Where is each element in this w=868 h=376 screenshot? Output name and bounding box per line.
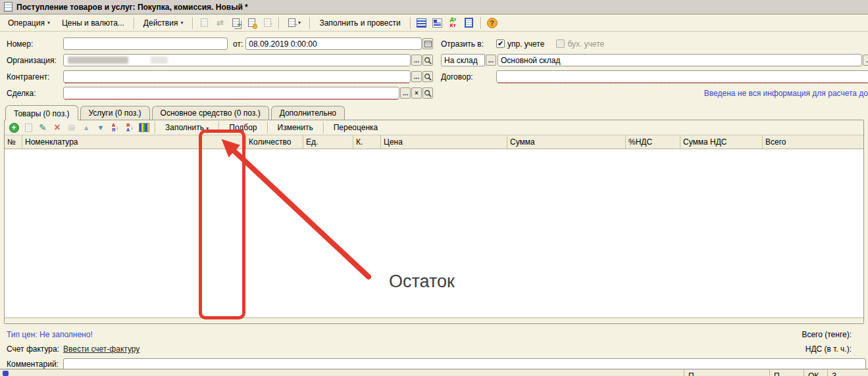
- magnifier-icon[interactable]: [422, 55, 433, 66]
- col-unit[interactable]: Ед.: [303, 135, 353, 149]
- fill-menu-button[interactable]: Заполнить ▾: [159, 121, 215, 134]
- fill-and-post-button[interactable]: Заполнить и провести: [314, 16, 405, 30]
- document-settings-icon[interactable]: [430, 16, 445, 30]
- contract-input[interactable]: [497, 72, 868, 82]
- col-sum[interactable]: Сумма: [507, 135, 626, 149]
- warehouse-toggle[interactable]: ...: [441, 54, 496, 66]
- contract-field-wrap: [496, 70, 868, 83]
- col-vat-percent[interactable]: %НДС: [626, 135, 680, 149]
- warehouse-toggle-input[interactable]: [442, 55, 484, 65]
- contract-label: Договор:: [441, 72, 496, 82]
- col-nomenclature[interactable]: Номенклатура: [22, 135, 246, 149]
- copy-document-icon[interactable]: +: [228, 16, 243, 30]
- structure-subordination-icon[interactable]: [415, 16, 429, 30]
- price-type-status[interactable]: Тип цен: Не заполнено!: [7, 330, 93, 339]
- toolbar-separator: [218, 122, 219, 133]
- toolbar-separator: [480, 17, 481, 29]
- move-down-icon[interactable]: ▼: [94, 122, 107, 134]
- select-ellipsis-button[interactable]: ...: [400, 87, 411, 99]
- advice-icon: [3, 371, 9, 376]
- toolbar-separator: [278, 17, 279, 29]
- change-button[interactable]: Изменить: [272, 121, 319, 134]
- tab-goods[interactable]: Товары (0 поз.): [5, 105, 78, 120]
- ok-button-fragment[interactable]: ОК: [804, 369, 827, 376]
- delete-row-icon[interactable]: ×: [51, 122, 64, 134]
- help-icon[interactable]: ?: [485, 16, 499, 30]
- unpost-document-icon: ↑: [260, 16, 274, 30]
- warehouse-input[interactable]: [498, 55, 861, 65]
- date-input[interactable]: [246, 39, 421, 49]
- tab-additional[interactable]: Дополнительно: [271, 106, 345, 120]
- reflect-label: Отразить в:: [441, 39, 496, 49]
- pick-button[interactable]: Подбор: [223, 121, 263, 134]
- toolbar-separator: [134, 17, 134, 29]
- set-prices-icon[interactable]: [138, 122, 151, 134]
- chevron-down-icon: ▾: [180, 20, 183, 26]
- number-input[interactable]: [64, 39, 227, 49]
- mgmt-accounting-checkbox[interactable]: упр. учете: [496, 39, 544, 49]
- col-number[interactable]: №: [5, 135, 22, 149]
- select-ellipsis-button[interactable]: ...: [411, 55, 422, 66]
- magnifier-icon[interactable]: [422, 71, 433, 82]
- select-ellipsis-button[interactable]: ...: [411, 71, 422, 82]
- organization-field-wrap: [63, 54, 411, 66]
- grid-toolbar: + ✎ × ок ▲ ▼ АЯ↓ ЯА↓ Заполнить ▾ Подбор …: [5, 120, 863, 135]
- comment-input[interactable]: [64, 360, 865, 369]
- col-total[interactable]: Всего: [763, 135, 863, 149]
- date-field-wrap: [245, 37, 422, 50]
- enter-invoice-link[interactable]: Ввести счет-фактуру: [63, 344, 140, 354]
- buh-accounting-checkbox: бух. учете: [556, 39, 604, 49]
- grid-body-empty[interactable]: [5, 149, 863, 318]
- actions-menu-button[interactable]: Действия ▾: [138, 16, 189, 30]
- title-bar: Поступление товаров и услуг: Покупка, ко…: [0, 0, 868, 14]
- organization-value-redacted: [151, 57, 168, 64]
- main-toolbar: Операция ▾ Цены и валюта... Действия ▾ ←…: [0, 14, 868, 32]
- chevron-down-icon: ▾: [47, 20, 50, 26]
- incomplete-info-warning: Введена не вся информация для расчета до: [441, 89, 868, 98]
- comment-label: Комментарий:: [7, 360, 63, 369]
- col-vat-sum[interactable]: Сумма НДС: [680, 135, 763, 149]
- tab-services[interactable]: Услуги (0 поз.): [80, 106, 150, 120]
- sort-descending-icon[interactable]: ЯА↓: [123, 122, 136, 134]
- bottom-button-fragment[interactable]: П: [769, 369, 804, 376]
- post-document-icon[interactable]: [244, 16, 259, 30]
- report-icon[interactable]: [462, 16, 476, 30]
- col-quantity[interactable]: Количество: [246, 135, 303, 149]
- reprice-button[interactable]: Переоценка: [328, 121, 384, 134]
- clear-button[interactable]: ×: [411, 87, 422, 99]
- grid-header-row: № Номенклатура Количество Ед. К. Цена Су…: [5, 135, 863, 149]
- operation-menu-button[interactable]: Операция ▾: [3, 16, 55, 30]
- organization-label: Организация:: [7, 56, 63, 65]
- organization-value-redacted: [68, 57, 128, 64]
- prices-currency-button[interactable]: Цены и валюта...: [57, 16, 130, 30]
- sort-ascending-icon[interactable]: АЯ↓: [109, 122, 122, 134]
- edit-row-icon[interactable]: ✎: [36, 122, 49, 134]
- toolbar-separator: [309, 17, 310, 29]
- col-coefficient[interactable]: К.: [353, 135, 381, 149]
- deal-input[interactable]: [64, 88, 399, 98]
- total-label: Всего (тенге):: [802, 330, 868, 339]
- deal-field-wrap: [63, 87, 399, 99]
- calendar-icon[interactable]: [422, 38, 433, 49]
- select-ellipsis-button-clipped[interactable]: ..: [863, 55, 868, 66]
- header-fields: Номер: от: Организация: ...: [0, 32, 868, 104]
- invoice-label: Счет фактура:: [7, 344, 63, 354]
- bottom-button-fragment[interactable]: З: [827, 369, 868, 376]
- footer-area: Тип цен: Не заполнено! Всего (тенге): Сч…: [0, 324, 868, 372]
- chevron-down-icon: ▾: [206, 126, 209, 131]
- document-icon: [4, 2, 13, 12]
- toolbar-separator: [155, 122, 155, 133]
- col-price[interactable]: Цена: [381, 135, 507, 149]
- counterparty-input[interactable]: [64, 72, 410, 82]
- fields-right-column: Отразить в: упр. учете бух. учете ...: [433, 35, 868, 101]
- bottom-button-fragment[interactable]: П: [684, 369, 769, 376]
- number-label: Номер:: [7, 39, 63, 49]
- add-row-icon[interactable]: +: [7, 122, 20, 134]
- tab-fixed-asset[interactable]: Основное средство (0 поз.): [152, 106, 269, 120]
- create-based-on-icon[interactable]: → ▾: [283, 16, 305, 30]
- bottom-button-strip: П П ОК З: [0, 369, 868, 376]
- move-up-icon[interactable]: ▲: [80, 122, 93, 134]
- magnifier-icon[interactable]: [422, 87, 433, 99]
- select-ellipsis-button[interactable]: ...: [486, 55, 496, 66]
- dt-kt-postings-icon[interactable]: ДтКт: [446, 16, 461, 30]
